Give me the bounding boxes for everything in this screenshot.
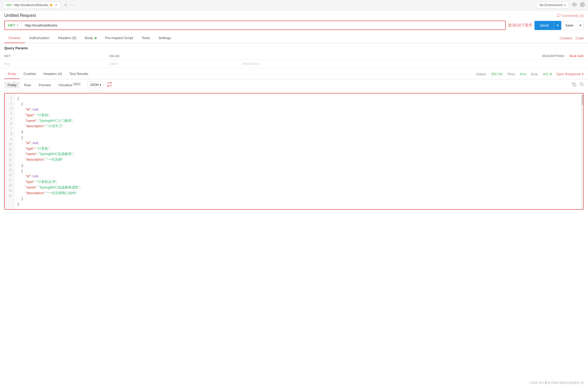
params-table: KEY VALUE DESCRIPTION ··· Bulk Edit Key … [0, 53, 588, 68]
code-link[interactable]: Code [575, 36, 584, 40]
more-tabs-button[interactable]: ··· [71, 3, 74, 7]
url-input[interactable] [22, 21, 505, 29]
json-line-19: } [18, 196, 578, 202]
view-tab-pretty[interactable]: Pretty [4, 82, 20, 88]
json-line-1: [ [18, 96, 578, 101]
view-tab-preview[interactable]: Preview [35, 82, 54, 88]
eye-icon[interactable] [572, 2, 577, 8]
search-icon[interactable] [579, 82, 584, 88]
svg-rect-2 [574, 84, 576, 86]
format-label: JSON [90, 83, 98, 87]
request-tab[interactable]: GET http://localhost:80/books ✕ [3, 2, 60, 9]
tab-body[interactable]: Body [81, 33, 101, 43]
save-response-button[interactable]: Save Response ▾ [556, 72, 584, 76]
tab-method: GET [6, 3, 12, 7]
method-label: GET [8, 23, 15, 27]
size-value: 441 B [543, 72, 552, 76]
status-value: 200 OK [491, 72, 503, 76]
method-select[interactable]: GET ▾ [5, 21, 22, 29]
tab-authorization[interactable]: Authorization [25, 33, 54, 43]
tab-headers[interactable]: Headers (9) [54, 33, 81, 43]
resp-tab-body[interactable]: Body [4, 69, 20, 79]
json-line-11: "name": "SpringMVC实战教程", [18, 151, 578, 157]
tab-params[interactable]: Params [4, 33, 25, 43]
scrollbar[interactable] [581, 93, 583, 209]
save-button[interactable]: Save [561, 21, 577, 30]
save-dropdown-button[interactable]: ▾ [577, 21, 584, 30]
wrap-icon[interactable] [107, 82, 112, 88]
time-label: Time: [507, 72, 516, 76]
top-right-controls: No Environment ▾ [537, 2, 585, 8]
svg-point-1 [582, 4, 583, 5]
view-tab-visualize[interactable]: VisualizeBETA [55, 81, 84, 88]
query-params-title: Query Params [0, 43, 588, 53]
value-column-header: VALUE [105, 53, 238, 59]
value-placeholder[interactable]: Value [105, 59, 238, 68]
description-placeholder[interactable]: Description [237, 59, 588, 68]
url-bar: GET ▾ 发送GET请求 Send ▾ Save ▾ [0, 21, 588, 33]
tab-url: http://localhost:80/books [14, 3, 48, 7]
tab-close-icon[interactable]: ✕ [55, 3, 58, 7]
svg-line-4 [582, 85, 583, 86]
tab-dot [50, 4, 52, 6]
send-button[interactable]: Send [534, 21, 554, 30]
json-line-12: "description": "一代宗师" [18, 157, 578, 163]
response-status: Status: 200 OK Time: 6ms Size: 441 B Sav… [476, 72, 584, 76]
json-line-16: "type": "计算机丛书", [18, 179, 578, 185]
resp-headers-badge: (4) [58, 72, 62, 76]
more-params-icon[interactable]: ··· [564, 54, 567, 58]
json-line-6: "description": "小试牛刀" [18, 123, 578, 129]
status-label: Status: [476, 72, 487, 76]
key-placeholder[interactable]: Key [0, 59, 105, 68]
cookies-link[interactable]: Cookies [560, 36, 572, 40]
json-line-3: "id": null, [18, 107, 578, 112]
tab-settings[interactable]: Settings [154, 33, 175, 43]
time-value: 6ms [520, 72, 527, 76]
method-arrow-icon: ▾ [17, 24, 18, 27]
json-response-wrapper: 12345 678910 1112131415 1617181920 [ { "… [4, 93, 584, 210]
body-dot [95, 37, 97, 39]
view-tab-raw[interactable]: Raw [21, 82, 34, 88]
json-area: 12345 678910 1112131415 1617181920 [ { "… [4, 93, 584, 210]
json-line-8: { [18, 135, 578, 140]
format-arrow-icon: ▾ [100, 83, 101, 87]
bulk-edit-link[interactable]: Bulk Edit [570, 54, 584, 58]
resp-tab-cookies[interactable]: Cookies [20, 69, 40, 79]
key-column-header: KEY [0, 53, 105, 59]
top-bar: GET http://localhost:80/books ✕ + ··· No… [0, 0, 588, 10]
resp-tab-test-results[interactable]: Test Results [66, 69, 92, 79]
json-line-18: "description": "一代宗师呕心创作" [18, 190, 578, 196]
copy-icon[interactable] [572, 82, 576, 88]
add-tab-button[interactable]: + [63, 2, 69, 9]
json-line-2: { [18, 101, 578, 107]
params-empty-row: Key Value Description [0, 59, 588, 68]
save-response-label: Save Response [556, 72, 581, 76]
request-tabs: Params Authorization Headers (9) Body Pr… [0, 33, 588, 43]
json-line-7: }, [18, 129, 578, 135]
url-input-group: GET ▾ [4, 21, 506, 30]
format-selector[interactable]: JSON ▾ [88, 82, 104, 88]
tab-pre-request[interactable]: Pre-request Script [101, 33, 138, 43]
annotation-label: 发送GET请求 [508, 23, 532, 28]
json-line-15: "id": null, [18, 174, 578, 179]
size-label: Size: [531, 72, 538, 76]
svg-point-0 [574, 4, 575, 5]
json-line-13: }, [18, 163, 578, 168]
json-line-5: "name": "SpringMVC入门教程", [18, 118, 578, 124]
comments-link[interactable]: Comments (0) [557, 14, 584, 18]
scrollbar-thumb[interactable] [582, 95, 583, 105]
request-title: Untitled Request [4, 13, 36, 18]
resp-tab-headers[interactable]: Headers (4) [40, 69, 66, 79]
send-dropdown-button[interactable]: ▾ [554, 21, 561, 30]
tab-tests[interactable]: Tests [137, 33, 154, 43]
description-column-header: DESCRIPTION ··· Bulk Edit [237, 53, 588, 59]
settings-icon[interactable] [580, 2, 585, 8]
save-response-arrow: ▾ [582, 72, 584, 76]
json-line-4: "type": "计算机", [18, 112, 578, 118]
environment-selector[interactable]: No Environment ▾ [537, 2, 569, 8]
json-line-9: "id": null, [18, 140, 578, 146]
line-numbers: 12345 678910 1112131415 1617181920 [5, 93, 14, 209]
comments-label: Comments (0) [562, 14, 584, 18]
json-line-14: { [18, 168, 578, 174]
json-line-20: ] [18, 201, 578, 207]
